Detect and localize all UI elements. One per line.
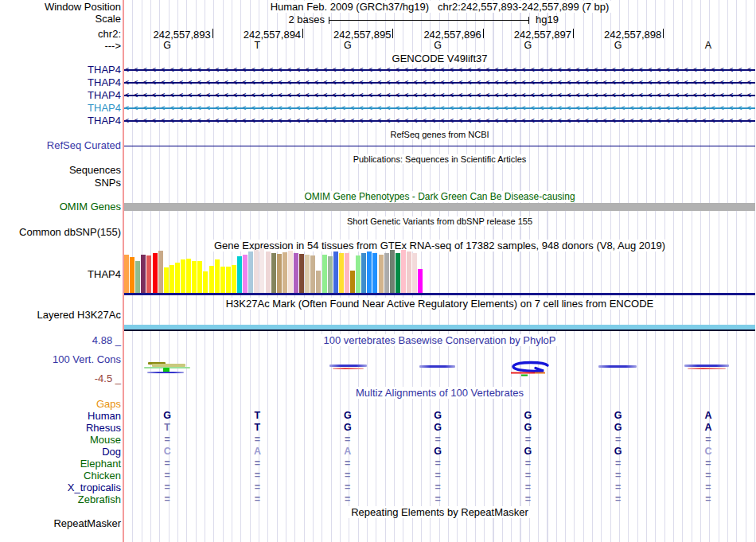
alignment-base: G (612, 446, 625, 457)
gtex-bar (412, 253, 417, 293)
ruler-tick (302, 29, 303, 38)
gene-label-thap4[interactable]: THAP4 (0, 90, 121, 101)
gtex-bar (164, 267, 169, 293)
alignment-base: = (431, 482, 444, 493)
species-label-human[interactable]: Human (0, 411, 121, 422)
gene-direction-arrows: <<<<<<<<<<<<<<<<<<<<<<<<<<<<<<<<<<<<<<<<… (124, 115, 755, 126)
gene-model-row[interactable]: <<<<<<<<<<<<<<<<<<<<<<<<<<<<<<<<<<<<<<<<… (124, 77, 755, 88)
gtex-bar (153, 253, 158, 293)
gtex-bar (310, 255, 315, 293)
gtex-bar (170, 265, 174, 293)
alignment-base: G (612, 411, 625, 421)
gtex-bar (396, 253, 400, 293)
gene-model-row[interactable]: <<<<<<<<<<<<<<<<<<<<<<<<<<<<<<<<<<<<<<<<… (124, 90, 755, 100)
gtex-bar (390, 250, 395, 293)
alignment-base: C (161, 446, 173, 457)
species-label-elephant[interactable]: Elephant (0, 458, 121, 470)
track-label-refseq-curated[interactable]: RefSeq Curated (0, 140, 121, 151)
alignment-base: = (431, 494, 444, 505)
conservation-mark-red (688, 368, 726, 369)
alignment-base: = (702, 494, 715, 505)
alignment-base: = (161, 435, 173, 445)
ruler-tick (573, 29, 574, 38)
track-label-repeatmasker[interactable]: RepeatMasker (0, 518, 121, 529)
gene-label-thap4[interactable]: THAP4 (0, 103, 121, 114)
gene-model-row[interactable]: <<<<<<<<<<<<<<<<<<<<<<<<<<<<<<<<<<<<<<<<… (124, 103, 755, 113)
gtex-bar (283, 252, 287, 293)
track-label-layered-h3k27ac[interactable]: Layered H3K27Ac (0, 310, 121, 321)
ruler-tick (392, 29, 393, 38)
alignment-base: = (612, 470, 625, 481)
alignment-base: = (702, 470, 715, 481)
gtex-gene-model-line[interactable] (124, 293, 755, 295)
gtex-bar (379, 255, 384, 293)
strand-label[interactable]: ---> (0, 41, 121, 52)
dna-base: G (431, 41, 444, 51)
gene-model-row[interactable]: <<<<<<<<<<<<<<<<<<<<<<<<<<<<<<<<<<<<<<<<… (124, 64, 755, 75)
gene-label-thap4[interactable]: THAP4 (0, 115, 121, 127)
species-label-chicken[interactable]: Chicken (0, 470, 121, 482)
gtex-bar (215, 259, 220, 293)
gene-label-thap4[interactable]: THAP4 (0, 77, 121, 88)
alignment-base: G (431, 423, 444, 433)
dna-base: G (341, 41, 354, 51)
gtex-bar (294, 253, 298, 293)
gene-model-row[interactable]: <<<<<<<<<<<<<<<<<<<<<<<<<<<<<<<<<<<<<<<<… (124, 115, 755, 126)
gtex-bar (254, 250, 259, 293)
alignment-base: = (161, 470, 173, 481)
species-label-dog[interactable]: Dog (0, 446, 121, 458)
refseq-gene-line[interactable] (124, 146, 755, 146)
dbsnp-track-title: Short Genetic Variants from dbSNP releas… (124, 216, 755, 227)
gtex-bar (305, 255, 310, 293)
alignment-base: = (521, 470, 534, 481)
conservation-mark-red (333, 368, 364, 369)
track-label-sequences[interactable]: Sequences (0, 165, 121, 176)
scale-bar (329, 20, 529, 21)
species-label-mouse[interactable]: Mouse (0, 435, 121, 446)
track-label-omim-genes[interactable]: OMIM Genes (0, 201, 121, 213)
ruler-tick (483, 29, 484, 38)
gtex-bar (220, 267, 225, 293)
gencode-track-title: GENCODE V49lift37 (124, 53, 755, 64)
alignment-base: = (341, 482, 354, 493)
h3k27ac-track-title: H3K27Ac Mark (Often Found Near Active Re… (124, 298, 755, 310)
ruler-coordinate: 242,557,896 (402, 29, 481, 41)
track-label-snps[interactable]: SNPs (0, 177, 121, 189)
gtex-bar (197, 261, 202, 293)
track-label-common-dbsnp[interactable]: Common dbSNP(155) (0, 227, 121, 238)
gtex-bar (356, 255, 360, 293)
conservation-mark-blue (684, 365, 729, 367)
track-label-gtex-thap4[interactable]: THAP4 (0, 269, 121, 280)
track-label-100-vert-cons[interactable]: 100 Vert. Cons (0, 354, 121, 365)
ruler-tick (212, 29, 213, 38)
species-label-zebrafish[interactable]: Zebrafish (0, 494, 121, 505)
gtex-bar (328, 256, 333, 293)
gene-direction-arrows: <<<<<<<<<<<<<<<<<<<<<<<<<<<<<<<<<<<<<<<<… (124, 77, 755, 88)
gtex-bar (186, 259, 191, 293)
gene-label-thap4[interactable]: THAP4 (0, 64, 121, 76)
omim-gene-bar[interactable] (124, 203, 755, 211)
gtex-bar (135, 261, 140, 293)
gtex-bar (401, 250, 406, 293)
alignment-base: = (521, 435, 534, 445)
conservation-mark-blue (147, 372, 184, 374)
alignment-base: = (341, 435, 354, 445)
gtex-bar (277, 254, 282, 293)
species-label-rhesus[interactable]: Rhesus (0, 423, 121, 434)
genome-browser-image: Window Position Human Feb. 2009 (GRCh37/… (0, 0, 756, 542)
gtex-bar (316, 271, 321, 293)
alignment-base: T (161, 423, 173, 433)
species-label-x_tropicalis[interactable]: X_tropicalis (0, 482, 121, 493)
alignment-base: = (521, 458, 534, 469)
gtex-bar (367, 252, 372, 293)
dna-base: A (702, 41, 715, 51)
gtex-bar (339, 253, 344, 293)
gtex-bar (130, 257, 134, 293)
gtex-bar (333, 252, 338, 293)
gene-direction-arrows: <<<<<<<<<<<<<<<<<<<<<<<<<<<<<<<<<<<<<<<<… (124, 64, 755, 75)
track-label-gaps[interactable]: Gaps (0, 399, 121, 410)
gtex-bar (175, 263, 180, 293)
conservation-mark-khaki (152, 364, 185, 367)
alignment-base: G (161, 411, 173, 421)
gene-direction-arrows: <<<<<<<<<<<<<<<<<<<<<<<<<<<<<<<<<<<<<<<<… (124, 103, 755, 113)
